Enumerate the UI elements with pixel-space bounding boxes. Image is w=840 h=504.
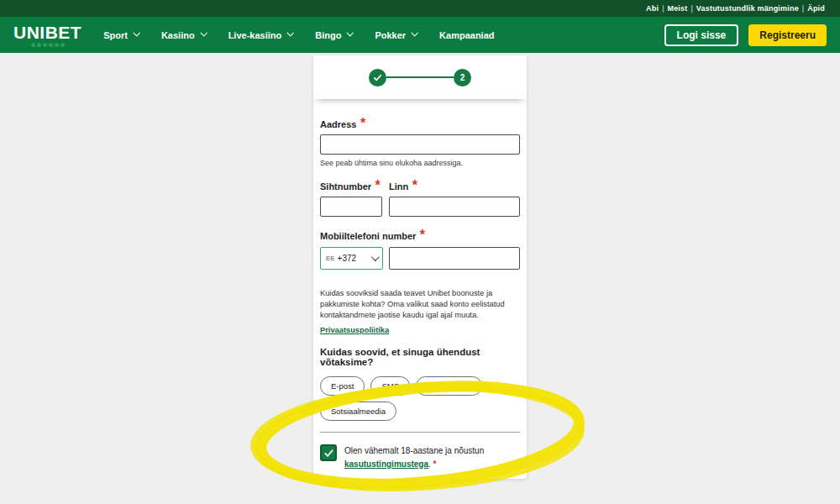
topbar-link-meist[interactable]: Meist <box>667 4 687 13</box>
nav-item-label: Kampaaniad <box>439 30 494 40</box>
nav-item-kampaaniad[interactable]: Kampaaniad <box>439 30 494 40</box>
terms-link[interactable]: kasutustingimustega <box>344 459 428 469</box>
check-icon <box>373 73 382 82</box>
address-label: Aadress <box>320 119 356 129</box>
topbar-link-responsible-gaming[interactable]: Vastutustundlik mängimine <box>696 4 799 13</box>
main-navbar: UNIBET Sport Kasiino Live-kasiino Bingo … <box>0 17 840 53</box>
chevron-down-icon <box>133 29 139 36</box>
section-divider <box>320 432 520 433</box>
separator: | <box>690 4 692 13</box>
topbar-link-abi[interactable]: Abi <box>646 4 659 13</box>
age-confirm-row: Olen vähemalt 18-aastane ja nõustun kasu… <box>320 444 520 470</box>
country-code: EE <box>326 255 335 262</box>
contact-method-heading: Kuidas soovid, et sinuga ühendust võtaks… <box>320 347 520 367</box>
chevron-down-icon <box>287 29 294 36</box>
privacy-policy-link[interactable]: Privaatsuspoliitika <box>320 326 389 334</box>
nav-item-kasiino[interactable]: Kasiino <box>161 30 206 40</box>
nav-item-label: Live-kasiino <box>228 30 282 40</box>
chevron-down-icon <box>412 29 418 36</box>
nav-actions: Logi sisse Registreeru <box>664 24 827 46</box>
step-1-completed <box>369 69 386 87</box>
marketing-consent-text: Kuidas sooviksid saada teavet Unibet boo… <box>320 288 520 321</box>
phone-label: Mobiiltelefoni number <box>320 231 416 241</box>
unibet-logo[interactable]: UNIBET <box>13 24 81 47</box>
chevron-down-icon <box>200 29 207 36</box>
registration-panel: 2 Aadress * See peab ühtima sinu elukoha… <box>313 55 527 479</box>
contact-option-epost[interactable]: E-post <box>320 376 365 396</box>
required-marker: * <box>433 459 437 469</box>
nav-item-sport[interactable]: Sport <box>103 30 139 40</box>
contact-option-phone-call[interactable]: Telefonikõne <box>416 376 482 396</box>
register-button[interactable]: Registreeru <box>748 24 827 46</box>
registration-form: Aadress * See peab ühtima sinu elukoha a… <box>313 116 527 479</box>
country-code-select[interactable]: EE +372 <box>320 247 383 270</box>
page-background: 2 Aadress * See peab ühtima sinu elukoha… <box>0 53 840 504</box>
required-marker: * <box>375 178 381 192</box>
nav-item-pokker[interactable]: Pokker <box>375 30 417 40</box>
nav-menu: Sport Kasiino Live-kasiino Bingo Pokker … <box>103 30 494 40</box>
nav-item-bingo[interactable]: Bingo <box>315 30 352 40</box>
zip-input[interactable] <box>320 197 382 217</box>
topbar-link-apps[interactable]: Äpid <box>807 4 825 13</box>
contact-option-social-media[interactable]: Sotsiaalmeedia <box>320 402 396 421</box>
nav-item-live-kasiino[interactable]: Live-kasiino <box>228 30 293 40</box>
age-confirm-checkbox[interactable] <box>320 444 337 461</box>
phone-input[interactable] <box>389 247 520 270</box>
contact-option-sms[interactable]: SMS <box>370 376 410 396</box>
sentence-period: . <box>428 459 431 469</box>
nav-item-label: Sport <box>103 30 128 40</box>
contact-options: E-post SMS Telefonikõne Sotsiaalmeedia <box>320 376 520 421</box>
utility-bar: Abi | Meist | Vastutustundlik mängimine … <box>0 0 840 17</box>
zip-label: Sihtnumber <box>320 181 371 192</box>
city-input[interactable] <box>389 197 520 217</box>
age-confirm-text-part: Olen vähemalt 18-aastane ja nõustun <box>344 446 484 455</box>
address-helper-text: See peab ühtima sinu elukoha aadressiga. <box>320 159 520 167</box>
logo-text: UNIBET <box>13 24 81 41</box>
login-button[interactable]: Logi sisse <box>664 24 739 46</box>
address-input[interactable] <box>320 134 520 155</box>
chevron-down-icon <box>347 29 354 36</box>
required-marker: * <box>360 116 365 130</box>
separator: | <box>802 4 804 13</box>
chevron-down-icon <box>371 253 380 261</box>
city-label: Linn <box>389 181 408 192</box>
stepper: 2 <box>313 55 527 99</box>
age-confirm-text: Olen vähemalt 18-aastane ja nõustun kasu… <box>344 444 520 470</box>
stepper-connector <box>386 76 454 78</box>
step-2-current: 2 <box>454 69 471 87</box>
nav-item-label: Bingo <box>315 30 341 40</box>
check-icon <box>323 448 334 459</box>
required-marker: * <box>412 178 417 192</box>
separator: | <box>662 4 664 13</box>
dial-code: +372 <box>338 254 357 263</box>
nav-item-label: Kasiino <box>161 30 195 40</box>
nav-item-label: Pokker <box>375 30 406 40</box>
logo-dots <box>31 43 65 47</box>
required-marker: * <box>420 228 425 242</box>
